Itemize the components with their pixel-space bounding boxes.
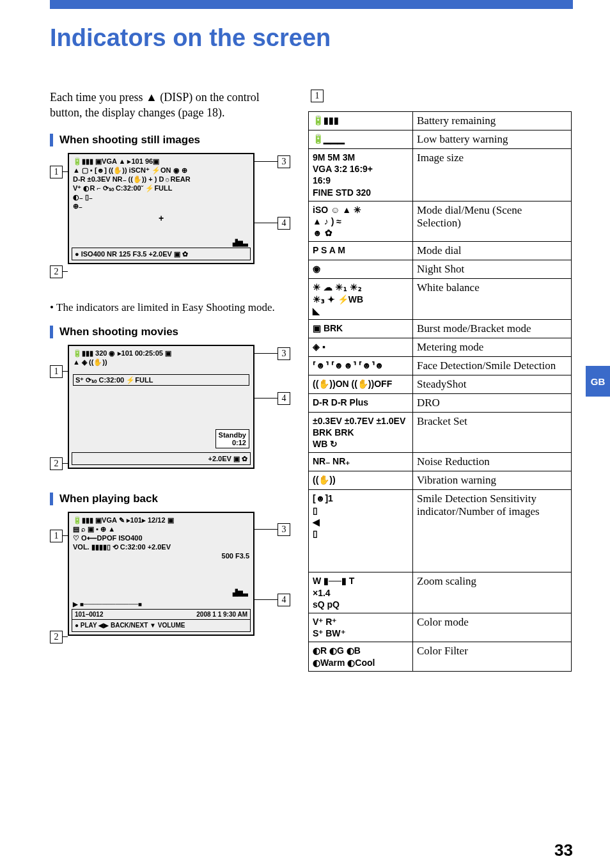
diagram-movies: 1 3 4 2 🔋▮▮▮ 320 ◉ ▸101 00:25:05 ▣ ▲ ◈ (… [50, 345, 293, 482]
indicator-icon-cell: ◉ [309, 260, 413, 279]
still-screen: 🔋▮▮▮ ▣VGA ▲ ▸101 96▣ ▲ ▢ ▪ [☻] ((✋)) iSC… [68, 153, 254, 264]
indicator-icon-cell: P S A M [309, 242, 413, 260]
callout-1: 1 [50, 166, 63, 178]
callout-4-m: 4 [278, 392, 290, 405]
indicator-desc-cell: Low battery warning [413, 130, 572, 149]
callout-1-m: 1 [50, 365, 63, 378]
indicator-icon-cell: ◐R ◐G ◐B ◐Warm ◐Cool [309, 642, 413, 671]
heading-playback: When playing back [50, 493, 293, 505]
indicator-desc-cell: White balance [413, 279, 572, 320]
table-row: ▣ BRKBurst mode/Bracket mode [309, 319, 572, 338]
table-row: 9M 5M 3M VGA 3:2 16:9+ 16:9 FINE STD 320… [309, 149, 572, 201]
indicator-icon-cell: 9M 5M 3M VGA 3:2 16:9+ 16:9 FINE STD 320 [309, 149, 413, 201]
indicator-icon-cell: 🔋▁▁▁ [309, 130, 413, 149]
indicator-desc-cell: Color mode [413, 613, 572, 642]
callout-3-m: 3 [278, 347, 290, 360]
table-row: ((✋))ON ((✋))OFFSteadyShot [309, 375, 572, 393]
still-bottom-bar: ● ISO400 NR 125 F3.5 +2.0EV ▣ ✿ [72, 248, 251, 260]
indicator-desc-cell: Noise Reduction [413, 453, 572, 471]
indicator-icon-cell: ((✋)) [309, 471, 413, 490]
page: Indicators on the screen Each time you p… [0, 0, 610, 868]
heading-movies: When shooting movies [50, 326, 293, 338]
indicator-desc-cell: DRO [413, 393, 572, 412]
table-row: D-R D-R PlusDRO [309, 393, 572, 412]
indicator-desc-cell: Battery remaining [413, 112, 572, 130]
table-row: ((✋))Vibration warning [309, 471, 572, 490]
indicator-desc-cell: Mode dial [413, 242, 572, 260]
heading-still: When shooting still images [50, 134, 293, 146]
right-column: 1 🔋▮▮▮Battery remaining🔋▁▁▁Low battery w… [308, 90, 572, 672]
group-1-marker: 1 [311, 90, 324, 102]
header-bar [50, 0, 573, 9]
still-row-top: 🔋▮▮▮ ▣VGA ▲ ▸101 96▣ [73, 157, 249, 166]
indicator-desc-cell: Image size [413, 149, 572, 201]
standby-box: Standby 0:12 [215, 429, 249, 448]
side-tab: GB [586, 366, 610, 397]
indicator-icon-cell: W ▮──▮ T ×1.4 sQ pQ [309, 572, 413, 613]
table-row: 🔋▁▁▁Low battery warning [309, 130, 572, 149]
indicator-icon-cell: [☻]1 ▯ ◀ ▯ [309, 490, 413, 572]
indicator-icon-cell: iSO ☺ ▲ ✳ ▲ ♪ ) ≈ ☻ ✿ [309, 201, 413, 242]
playback-screen: 🔋▮▮▮ ▣VGA ✎ ▸101▸ 12/12 ▣ ▤ ⌕ ▣ ▪ ⊕ ▲ ♡ … [68, 512, 254, 636]
indicator-desc-cell: Night Shot [413, 260, 572, 279]
crosshair: + [73, 213, 249, 223]
indicator-desc-cell: Metering mode [413, 338, 572, 356]
indicator-desc-cell: Zoom scaling [413, 572, 572, 613]
indicator-desc-cell: Face Detection/Smile Detection [413, 356, 572, 375]
table-row: ±0.3EV ±0.7EV ±1.0EV BRK BRK WB ↻Bracket… [309, 412, 572, 453]
indicator-desc-cell: Burst mode/Bracket mode [413, 319, 572, 338]
mov-row-2: ▲ ◈ ((✋)) [73, 358, 249, 367]
pb-row-2: ▤ ⌕ ▣ ▪ ⊕ ▲ [73, 525, 249, 533]
table-row: [☻]1 ▯ ◀ ▯Smile Detection Sensitivity in… [309, 490, 572, 572]
indicator-icon-cell: ◈ ▪ [309, 338, 413, 356]
callout-3: 3 [278, 155, 290, 168]
table-row: ◉Night Shot [309, 260, 572, 279]
table-row: ◈ ▪Metering mode [309, 338, 572, 356]
indicator-icon-cell: ±0.3EV ±0.7EV ±1.0EV BRK BRK WB ↻ [309, 412, 413, 453]
indicator-icon-cell: NR₋ NR₊ [309, 453, 413, 471]
indicator-icon-cell: V⁺ R⁺ S⁺ BW⁺ [309, 613, 413, 642]
table-row: iSO ☺ ▲ ✳ ▲ ♪ ) ≈ ☻ ✿Mode dial/Menu (Sce… [309, 201, 572, 242]
page-number: 33 [554, 840, 573, 860]
pb-row-3: ♡ O⟵DPOF ISO400 [73, 533, 249, 542]
pb-row-top: 🔋▮▮▮ ▣VGA ✎ ▸101▸ 12/12 ▣ [73, 516, 249, 525]
table-row: ◐R ◐G ◐B ◐Warm ◐CoolColor Filter [309, 642, 572, 671]
indicators-table: 🔋▮▮▮Battery remaining🔋▁▁▁Low battery war… [308, 111, 572, 672]
still-row-3: D-R ±0.3EV NR₋ ((✋)) + ) D☼REAR [73, 175, 249, 184]
still-row-5: ◐₋ ▯₋ [73, 193, 249, 201]
indicator-icon-cell: ☀ ☁ ☀₁ ☀₂ ☀₃ ✦ ⚡WB ◣ [309, 279, 413, 320]
indicator-icon-cell: ▣ BRK [309, 319, 413, 338]
page-title: Indicators on the screen [50, 24, 331, 52]
indicator-desc-cell: Vibration warning [413, 471, 572, 490]
diagram-playback: 1 3 4 2 🔋▮▮▮ ▣VGA ✎ ▸101▸ 12/12 ▣ ▤ ⌕ ▣ … [50, 512, 293, 659]
indicator-icon-cell: D-R D-R Plus [309, 393, 413, 412]
still-row-4: V⁺ ◐R ⌐ ⟳₁₀ C:32:00˘ ⚡FULL [73, 184, 249, 193]
callout-2-p: 2 [50, 631, 63, 643]
indicator-desc-cell: Bracket Set [413, 412, 572, 453]
table-row: W ▮──▮ T ×1.4 sQ pQZoom scaling [309, 572, 572, 613]
histogram-icon: ▟▆▃ [233, 239, 248, 246]
callout-2-m: 2 [50, 457, 63, 470]
left-column: Each time you press ▲ (DISP) on the cont… [50, 90, 293, 669]
mov-row-top: 🔋▮▮▮ 320 ◉ ▸101 00:25:05 ▣ [73, 349, 249, 358]
indicator-icon-cell: ⸢☻⸣ ⸢☻☻⸣ ⸢☻⸣☻ [309, 356, 413, 375]
diagram-still: 1 3 4 2 🔋▮▮▮ ▣VGA ▲ ▸101 96▣ ▲ ▢ ▪ [☻] (… [50, 153, 293, 290]
indicator-desc-cell: SteadyShot [413, 375, 572, 393]
table-row: V⁺ R⁺ S⁺ BW⁺Color mode [309, 613, 572, 642]
indicator-desc-cell: Color Filter [413, 642, 572, 671]
movie-screen: 🔋▮▮▮ 320 ◉ ▸101 00:25:05 ▣ ▲ ◈ ((✋)) S⁺ … [68, 345, 254, 469]
pb-info-bar: 101–0012 2008 1 1 9:30 AM [72, 609, 251, 620]
callout-2: 2 [50, 265, 63, 278]
indicator-icon-cell: 🔋▮▮▮ [309, 112, 413, 130]
indicator-desc-cell: Mode dial/Menu (Scene Selection) [413, 201, 572, 242]
note-bullet: • The indicators are limited in Easy Sho… [50, 301, 293, 315]
callout-4-p: 4 [278, 594, 290, 606]
callout-1-p: 1 [50, 530, 63, 542]
intro-text: Each time you press ▲ (DISP) on the cont… [50, 90, 293, 121]
still-row-2: ▲ ▢ ▪ [☻] ((✋)) iSCN⁺ ⚡ON ◉ ⊕ [73, 166, 249, 175]
callout-3-p: 3 [278, 523, 290, 536]
table-row: NR₋ NR₊Noise Reduction [309, 453, 572, 471]
note-text: The indicators are limited in Easy Shoot… [56, 301, 275, 315]
still-row-6: ⊕₋ [73, 201, 249, 210]
table-row: 🔋▮▮▮Battery remaining [309, 112, 572, 130]
